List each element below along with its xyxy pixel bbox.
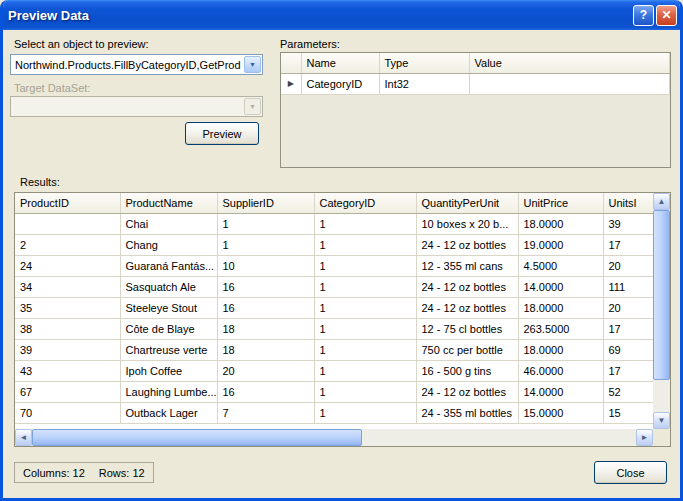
result-cell[interactable]: Chartreuse verte xyxy=(120,339,217,360)
object-select-dropdown-button[interactable]: ▼ xyxy=(244,56,261,73)
parameter-type-cell[interactable]: Int32 xyxy=(379,73,469,94)
result-cell[interactable]: 7 xyxy=(217,402,314,423)
result-cell[interactable]: 10 xyxy=(217,255,314,276)
result-cell[interactable]: 18.0000 xyxy=(518,213,603,234)
result-cell[interactable]: 1 xyxy=(314,234,416,255)
column-header-categoryid[interactable]: CategoryID xyxy=(314,193,416,213)
result-cell[interactable]: 24 - 12 oz bottles xyxy=(416,297,518,318)
column-header-unitsinstock[interactable]: UnitsI xyxy=(603,193,653,213)
column-header-productid[interactable]: ProductID xyxy=(15,193,120,213)
scroll-down-button[interactable]: ▼ xyxy=(653,412,670,429)
result-cell[interactable]: 24 - 355 ml bottles xyxy=(416,402,518,423)
result-cell[interactable]: 1 xyxy=(314,213,416,234)
result-cell[interactable]: 17 xyxy=(603,360,653,381)
result-cell[interactable]: 20 xyxy=(603,255,653,276)
result-cell[interactable]: 1 xyxy=(314,360,416,381)
result-cell[interactable]: 12 - 355 ml cans xyxy=(416,255,518,276)
result-cell[interactable]: 69 xyxy=(603,339,653,360)
result-cell[interactable]: Steeleye Stout xyxy=(120,297,217,318)
result-cell[interactable]: 1 xyxy=(217,213,314,234)
result-cell[interactable]: 750 cc per bottle xyxy=(416,339,518,360)
result-cell[interactable]: Ipoh Coffee xyxy=(120,360,217,381)
result-cell[interactable]: 1 xyxy=(314,381,416,402)
result-cell[interactable]: Chang xyxy=(120,234,217,255)
column-header-value[interactable]: Value xyxy=(469,53,670,73)
result-cell[interactable]: 20 xyxy=(217,360,314,381)
result-cell[interactable]: 12 - 75 cl bottles xyxy=(416,318,518,339)
result-cell[interactable]: 111 xyxy=(603,276,653,297)
result-cell[interactable]: 19.0000 xyxy=(518,234,603,255)
result-cell[interactable]: 16 xyxy=(217,276,314,297)
vertical-scrollbar-track[interactable] xyxy=(653,210,670,412)
result-cell[interactable]: Outback Lager xyxy=(120,402,217,423)
column-header-supplierid[interactable]: SupplierID xyxy=(217,193,314,213)
vertical-scrollbar[interactable]: ▲ ▼ xyxy=(653,193,670,429)
object-select-combo[interactable]: Northwind.Products.FillByCategoryID,GetP… xyxy=(10,54,263,75)
column-header-quantityperunit[interactable]: QuantityPerUnit xyxy=(416,193,518,213)
result-cell[interactable]: 14.0000 xyxy=(518,381,603,402)
scroll-up-button[interactable]: ▲ xyxy=(653,193,670,210)
result-cell[interactable]: 18.0000 xyxy=(518,339,603,360)
help-button[interactable]: ? xyxy=(633,5,654,26)
result-cell[interactable]: 10 boxes x 20 b... xyxy=(416,213,518,234)
horizontal-scrollbar-thumb[interactable] xyxy=(32,429,362,446)
result-cell[interactable]: 18 xyxy=(217,318,314,339)
result-cell[interactable]: 16 - 500 g tins xyxy=(416,360,518,381)
result-cell[interactable]: 43 xyxy=(15,360,120,381)
result-cell[interactable]: 2 xyxy=(15,234,120,255)
result-cell[interactable]: Côte de Blaye xyxy=(120,318,217,339)
column-header-name[interactable]: Name xyxy=(301,53,379,73)
result-cell[interactable]: 24 - 12 oz bottles xyxy=(416,276,518,297)
result-cell[interactable]: 35 xyxy=(15,297,120,318)
column-header-productname[interactable]: ProductName xyxy=(120,193,217,213)
parameter-name-cell[interactable]: CategoryID xyxy=(301,73,379,94)
result-cell[interactable]: 14.0000 xyxy=(518,276,603,297)
result-cell[interactable]: 20 xyxy=(603,297,653,318)
result-cell[interactable]: 39 xyxy=(603,213,653,234)
result-cell[interactable]: 39 xyxy=(15,339,120,360)
result-cell[interactable]: 18 xyxy=(217,339,314,360)
result-cell[interactable]: 34 xyxy=(15,276,120,297)
result-cell[interactable]: 1 xyxy=(314,402,416,423)
result-cell[interactable]: Chai xyxy=(120,213,217,234)
column-header-type[interactable]: Type xyxy=(379,53,469,73)
result-cell[interactable]: 4.5000 xyxy=(518,255,603,276)
result-cell[interactable]: 1 xyxy=(314,339,416,360)
horizontal-scrollbar[interactable]: ◄ ► xyxy=(15,429,653,446)
scroll-right-button[interactable]: ► xyxy=(636,429,653,446)
result-cell[interactable]: 18.0000 xyxy=(518,297,603,318)
result-cell[interactable]: 17 xyxy=(603,318,653,339)
scroll-left-button[interactable]: ◄ xyxy=(15,429,32,446)
horizontal-scrollbar-track[interactable] xyxy=(32,429,636,446)
preview-button[interactable]: Preview xyxy=(185,122,259,145)
result-cell[interactable]: 67 xyxy=(15,381,120,402)
result-cell[interactable]: 70 xyxy=(15,402,120,423)
result-cell[interactable]: 16 xyxy=(217,297,314,318)
result-cell[interactable]: 1 xyxy=(314,255,416,276)
result-cell[interactable]: 1 xyxy=(217,234,314,255)
result-cell[interactable]: 1 xyxy=(314,318,416,339)
close-button[interactable]: Close xyxy=(594,461,667,484)
result-cell[interactable]: 17 xyxy=(603,234,653,255)
result-cell[interactable]: 16 xyxy=(217,381,314,402)
result-cell[interactable]: 15 xyxy=(603,402,653,423)
parameter-value-cell[interactable]: 1 xyxy=(469,73,670,94)
result-cell[interactable]: 1 xyxy=(314,297,416,318)
close-window-button[interactable]: ✕ xyxy=(656,5,677,26)
result-cell[interactable]: 15.0000 xyxy=(518,402,603,423)
result-cell[interactable]: Sasquatch Ale xyxy=(120,276,217,297)
result-cell[interactable]: 46.0000 xyxy=(518,360,603,381)
titlebar[interactable]: Preview Data ? ✕ xyxy=(0,0,683,30)
column-header-unitprice[interactable]: UnitPrice xyxy=(518,193,603,213)
result-cell[interactable]: 1 xyxy=(15,213,120,234)
result-cell[interactable]: Guaraná Fantás... xyxy=(120,255,217,276)
result-cell[interactable]: 24 - 12 oz bottles xyxy=(416,234,518,255)
result-cell[interactable]: 263.5000 xyxy=(518,318,603,339)
result-cell[interactable]: 24 xyxy=(15,255,120,276)
result-cell[interactable]: 24 - 12 oz bottles xyxy=(416,381,518,402)
result-cell[interactable]: 38 xyxy=(15,318,120,339)
result-cell[interactable]: 52 xyxy=(603,381,653,402)
result-cell[interactable]: Laughing Lumbe... xyxy=(120,381,217,402)
current-row-indicator-icon[interactable]: ▶ xyxy=(281,73,301,94)
result-cell[interactable]: 1 xyxy=(314,276,416,297)
